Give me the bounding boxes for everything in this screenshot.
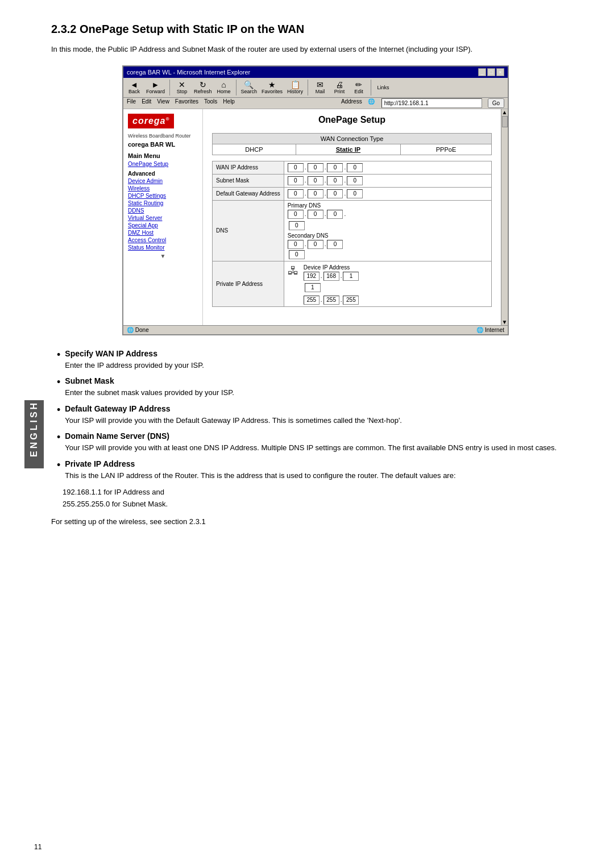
secondary-dns-octet-2[interactable]	[308, 240, 323, 249]
history-icon: 📋	[291, 81, 300, 89]
bullet-title-private-ip: Private IP Address	[65, 459, 455, 468]
sidebar-item-static-routing[interactable]: Static Routing	[128, 200, 198, 206]
sidebar-item-ddns[interactable]: DDNS	[128, 207, 198, 214]
menu-tools[interactable]: Tools	[204, 98, 217, 108]
bullet-dot-5: •	[57, 459, 60, 481]
edit-button[interactable]: ✏ Edit	[350, 80, 367, 95]
refresh-button[interactable]: ↻ Refresh	[193, 80, 213, 95]
stop-button[interactable]: ✕ Stop	[173, 80, 190, 95]
page-number: 11	[34, 843, 42, 851]
bullet-title-dns: Domain Name Server (DNS)	[65, 431, 557, 441]
gateway-octet-1[interactable]	[288, 189, 304, 198]
back-icon: ◄	[130, 81, 138, 89]
sidebar-item-dmz-host[interactable]: DMZ Host	[128, 230, 198, 236]
primary-dns-octet-4[interactable]	[289, 221, 305, 230]
tab-static-ip[interactable]: Static IP	[296, 144, 400, 155]
history-button[interactable]: 📋 History	[286, 80, 304, 95]
primary-dns-octet-3[interactable]	[327, 210, 343, 219]
bullet-title-gateway: Default Gateway IP Address	[65, 404, 402, 413]
home-button[interactable]: ⌂ Home	[215, 80, 233, 95]
description-section: • Specify WAN IP Address Enter the IP ad…	[51, 349, 580, 526]
bullet-title-subnet: Subnet Mask	[65, 376, 234, 385]
sidebar-item-access-control[interactable]: Access Control	[128, 237, 198, 243]
links-label: Links	[377, 85, 389, 90]
scroll-down-button[interactable]: ▼	[502, 319, 508, 325]
history-label: History	[287, 89, 303, 94]
toolbar-separator-1	[169, 80, 170, 95]
subnet-mask-label: Subnet Mask	[213, 174, 284, 187]
browser-sidebar: corega® Wireless Boardband Router corega…	[123, 109, 203, 325]
subnet-octet-2[interactable]	[308, 176, 323, 185]
conn-type-label: WAN Connection Type	[213, 133, 492, 144]
close-button[interactable]: ×	[496, 68, 504, 76]
device-ip-octet-4[interactable]	[305, 283, 321, 292]
subnet-octet-3[interactable]	[327, 176, 343, 185]
go-button[interactable]: Go	[488, 98, 504, 108]
menu-favorites[interactable]: Favorites	[175, 98, 198, 108]
mail-icon: ✉	[317, 81, 323, 89]
wan-ip-octet-2[interactable]	[308, 163, 323, 172]
subnet-octet-1[interactable]	[288, 176, 304, 185]
sidebar-item-wireless[interactable]: Wireless	[128, 185, 198, 192]
sidebar-item-virtual-server[interactable]: Virtual Server	[128, 215, 198, 221]
subnet-val-1[interactable]	[304, 296, 320, 305]
wan-ip-octet-1[interactable]	[288, 163, 304, 172]
private-ip-area: 🖧 Device IP Address . .	[284, 261, 491, 306]
tab-pppoe[interactable]: PPPoE	[401, 144, 492, 155]
device-ip-octet-1[interactable]	[304, 272, 320, 281]
forward-label: Forward	[146, 89, 165, 94]
wan-ip-inputs: . . .	[284, 161, 491, 174]
subnet-val-2[interactable]	[323, 296, 339, 305]
bullet-item-wan-ip: • Specify WAN IP Address Enter the IP ad…	[57, 349, 580, 371]
scrollbar-vertical[interactable]: ▲ ▼	[501, 109, 508, 325]
search-button[interactable]: 🔍 Search	[240, 80, 259, 95]
menu-edit[interactable]: Edit	[142, 98, 151, 108]
scroll-up-button[interactable]: ▲	[502, 109, 508, 115]
ip-value-line-1: 192.168.1.1 for IP Address and	[63, 487, 580, 499]
secondary-dns-octet-1[interactable]	[288, 240, 304, 249]
subnet-octet-4[interactable]	[347, 176, 363, 185]
sidebar-item-dhcp-settings[interactable]: DHCP Settings	[128, 193, 198, 199]
gateway-octet-4[interactable]	[347, 189, 363, 198]
device-ip-octet-3[interactable]	[343, 272, 359, 281]
minimize-button[interactable]: _	[478, 68, 486, 76]
back-button[interactable]: ◄ Back	[126, 80, 143, 95]
onepage-setup-title: OnePage Setup	[212, 115, 492, 125]
gateway-octet-3[interactable]	[327, 189, 343, 198]
toolbar-separator-3	[308, 80, 308, 95]
address-input[interactable]	[381, 98, 482, 108]
forward-button[interactable]: ► Forward	[145, 80, 166, 95]
wan-ip-octet-4[interactable]	[347, 163, 363, 172]
sidebar-item-special-app[interactable]: Special App	[128, 222, 198, 229]
menu-help[interactable]: Help	[223, 98, 235, 108]
menu-view[interactable]: View	[157, 98, 169, 108]
gateway-label: Default Gateway Address	[213, 187, 284, 200]
mail-button[interactable]: ✉ Mail	[312, 80, 329, 95]
scrollbar-thumb[interactable]	[502, 116, 508, 127]
primary-dns-octet-1[interactable]	[288, 210, 304, 219]
menu-file[interactable]: File	[127, 98, 136, 108]
print-button[interactable]: 🖨 Print	[331, 80, 348, 95]
tab-dhcp[interactable]: DHCP	[213, 144, 296, 155]
search-icon: 🔍	[244, 81, 254, 89]
sidebar-item-device-admin[interactable]: Device Admin	[128, 178, 198, 184]
internet-icon: 🌐	[476, 327, 483, 333]
subnet-mask-inputs: . . .	[284, 174, 491, 187]
subnet-val-3[interactable]	[343, 296, 359, 305]
maximize-button[interactable]: □	[487, 68, 495, 76]
sidebar-item-onepage-setup[interactable]: OnePage Setup	[128, 161, 198, 167]
bullet-dot-1: •	[57, 349, 60, 371]
network-icon: 🖧	[288, 264, 299, 277]
device-ip-octet-2[interactable]	[323, 272, 339, 281]
browser-title: corega BAR WL - Microsoft Internet Explo…	[127, 69, 250, 76]
favorites-button[interactable]: ★ Favorites	[260, 80, 284, 95]
secondary-dns-octet-4[interactable]	[289, 250, 305, 259]
wan-ip-octet-3[interactable]	[327, 163, 343, 172]
secondary-dns-octet-3[interactable]	[327, 240, 343, 249]
intro-text: In this mode, the Public IP Address and …	[51, 44, 580, 55]
links-button[interactable]: Links	[375, 84, 392, 91]
advanced-section-title: Advanced	[128, 171, 198, 177]
primary-dns-octet-2[interactable]	[308, 210, 323, 219]
gateway-octet-2[interactable]	[308, 189, 323, 198]
sidebar-item-status-monitor[interactable]: Status Monitor	[128, 244, 198, 251]
